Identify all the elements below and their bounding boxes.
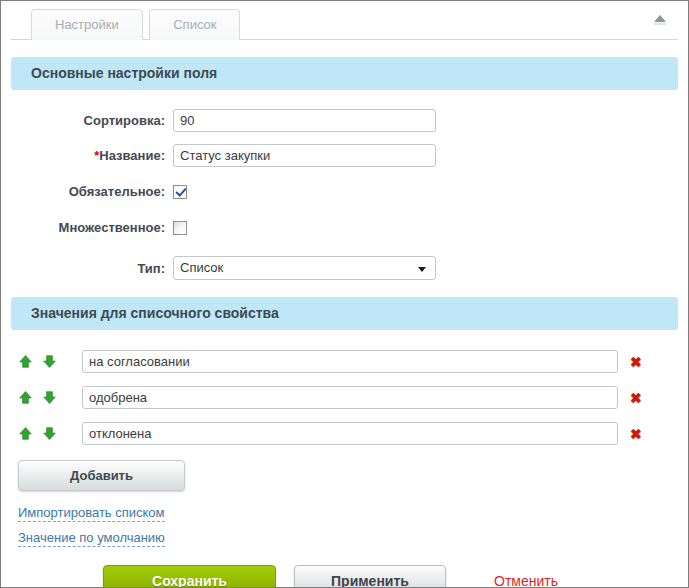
- sort-label: Сортировка:: [1, 113, 173, 128]
- import-list-link[interactable]: Импортировать списком: [18, 505, 165, 522]
- arrow-down-icon[interactable]: [43, 355, 56, 368]
- form-row-type: Тип: Список: [1, 256, 688, 280]
- section-header-main-settings: Основные настройки поля: [11, 57, 678, 90]
- required-label: Обязательное:: [1, 184, 173, 199]
- delete-x-icon[interactable]: ✖: [630, 391, 642, 405]
- cancel-link[interactable]: Отменить: [494, 573, 558, 588]
- type-select-value: Список: [180, 260, 223, 275]
- required-checkbox[interactable]: [173, 185, 187, 199]
- arrow-up-icon[interactable]: [19, 427, 32, 440]
- name-label: *Название:: [1, 148, 173, 163]
- chevron-down-icon: [418, 267, 426, 272]
- type-select[interactable]: Список: [173, 256, 436, 280]
- form-row-multiple: Множественное:: [1, 220, 688, 235]
- arrow-down-icon[interactable]: [43, 427, 56, 440]
- name-input[interactable]: [173, 144, 436, 167]
- form-row-name: *Название:: [1, 144, 688, 167]
- field-settings-panel: Настройки Список Основные настройки поля…: [0, 0, 689, 588]
- list-row: ✖: [19, 422, 688, 445]
- tab-settings[interactable]: Настройки: [31, 9, 143, 40]
- delete-x-icon[interactable]: ✖: [630, 427, 642, 441]
- list-value-input[interactable]: [82, 350, 618, 373]
- form-row-sort: Сортировка:: [1, 109, 688, 132]
- section-header-list-values: Значения для списочного свойства: [11, 297, 678, 330]
- add-value-button[interactable]: Добавить: [18, 460, 185, 491]
- arrow-down-icon[interactable]: [43, 391, 56, 404]
- list-value-input[interactable]: [82, 386, 618, 409]
- list-row: ✖: [19, 350, 688, 373]
- multiple-label: Множественное:: [1, 220, 173, 235]
- footer-actions: Сохранить Применить Отменить: [103, 565, 688, 588]
- sort-input[interactable]: [173, 109, 436, 132]
- arrow-up-icon[interactable]: [19, 355, 32, 368]
- chevron-up-icon[interactable]: [654, 15, 666, 22]
- apply-button[interactable]: Применить: [294, 565, 446, 588]
- multiple-checkbox[interactable]: [173, 221, 187, 235]
- list-values: ✖ ✖ ✖: [19, 350, 688, 445]
- links-block: Импортировать списком Значение по умолча…: [18, 505, 688, 547]
- list-row: ✖: [19, 386, 688, 409]
- tab-list[interactable]: Список: [149, 9, 240, 40]
- main-settings-form: Сортировка: *Название: Обязательное: Мно…: [1, 109, 688, 280]
- type-label: Тип:: [1, 261, 173, 276]
- list-value-input[interactable]: [82, 422, 618, 445]
- save-button[interactable]: Сохранить: [103, 565, 276, 588]
- arrow-up-icon[interactable]: [19, 391, 32, 404]
- default-value-link[interactable]: Значение по умолчанию: [18, 530, 165, 547]
- tab-bar: Настройки Список: [11, 1, 678, 40]
- form-row-required: Обязательное:: [1, 184, 688, 199]
- delete-x-icon[interactable]: ✖: [630, 355, 642, 369]
